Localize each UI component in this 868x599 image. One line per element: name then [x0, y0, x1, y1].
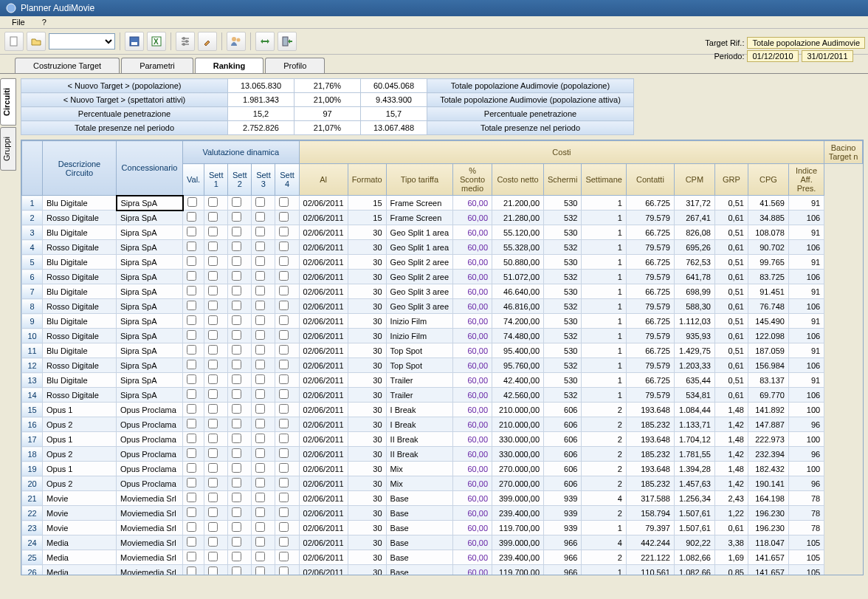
checkbox-sett2[interactable]: [232, 345, 241, 355]
checkbox-sett2[interactable]: [232, 271, 241, 281]
save-icon[interactable]: [125, 32, 144, 51]
cell-sett3-check[interactable]: [252, 550, 275, 565]
checkbox-sett1[interactable]: [208, 242, 218, 251]
cell-sett3-check[interactable]: [252, 240, 275, 255]
cell-formato[interactable]: 30: [348, 550, 386, 565]
checkbox-val[interactable]: [187, 522, 196, 532]
cell-al[interactable]: 02/06/2011: [299, 521, 348, 535]
cell-sconto[interactable]: 60,00: [453, 270, 492, 284]
col-formato[interactable]: Formato: [348, 164, 386, 196]
checkbox-sett3[interactable]: [255, 463, 265, 473]
cell-val-check[interactable]: [183, 240, 204, 255]
table-row[interactable]: 7Blu DigitaleSipra SpA02/06/201130Geo Sp…: [22, 284, 863, 299]
cell-sett1-check[interactable]: [204, 314, 228, 329]
cell-cpm[interactable]: 1.394,28: [674, 462, 714, 476]
cell-descrizione[interactable]: Blu Digitale: [43, 284, 117, 299]
cell-descrizione[interactable]: Opus 2: [43, 417, 117, 432]
cell-sett3-check[interactable]: [252, 417, 275, 432]
cell-sett4-check[interactable]: [275, 491, 299, 506]
cell-cpg[interactable]: 41.569: [748, 196, 788, 210]
table-row[interactable]: 11Blu DigitaleSipra SpA02/06/201130Top S…: [22, 343, 863, 358]
cell-sett1-check[interactable]: [204, 284, 228, 299]
settings-sliders-icon[interactable]: [176, 32, 195, 51]
cell-val-check[interactable]: [183, 210, 204, 225]
cell-concessionario[interactable]: Moviemedia Srl: [117, 506, 183, 521]
cell-val-check[interactable]: [183, 432, 204, 447]
cell-grp[interactable]: 0,61: [714, 210, 748, 225]
checkbox-sett4[interactable]: [279, 271, 289, 281]
cell-grp[interactable]: 1,48: [714, 462, 748, 476]
cell-settimane[interactable]: 2: [582, 432, 627, 447]
cell-sett1-check[interactable]: [204, 550, 228, 565]
cell-netto[interactable]: 46.640,00: [492, 284, 544, 299]
cell-contatti[interactable]: 193.648: [626, 403, 674, 417]
cell-netto[interactable]: 119.700,00: [492, 521, 544, 535]
cell-settimane[interactable]: 2: [582, 462, 627, 476]
col-netto[interactable]: Costo netto: [492, 164, 544, 196]
cell-al[interactable]: 02/06/2011: [299, 462, 348, 476]
cell-formato[interactable]: 30: [348, 491, 386, 506]
cell-sett4-check[interactable]: [275, 210, 299, 225]
checkbox-sett3[interactable]: [255, 256, 265, 266]
cell-sconto[interactable]: 60,00: [453, 358, 492, 373]
cell-cpg[interactable]: 83.137: [748, 373, 788, 388]
cell-contatti[interactable]: 185.232: [626, 417, 674, 432]
cell-cpm[interactable]: 762,53: [674, 255, 714, 270]
checkbox-sett3[interactable]: [255, 404, 265, 414]
cell-sett2-check[interactable]: [228, 358, 252, 373]
cell-sconto[interactable]: 60,00: [453, 462, 492, 476]
cell-sett4-check[interactable]: [275, 506, 299, 521]
checkbox-sett1[interactable]: [208, 434, 218, 443]
cell-sconto[interactable]: 60,00: [453, 550, 492, 565]
table-row[interactable]: 23MovieMoviemedia Srl02/06/201130Base60,…: [22, 521, 863, 535]
cell-sconto[interactable]: 60,00: [453, 299, 492, 314]
checkbox-sett4[interactable]: [279, 434, 289, 443]
checkbox-sett1[interactable]: [208, 448, 218, 458]
cell-val-check[interactable]: [183, 388, 204, 403]
cell-cpg[interactable]: 83.725: [748, 270, 788, 284]
cell-descrizione[interactable]: Rosso Digitale: [43, 388, 117, 403]
cell-schermi[interactable]: 966: [544, 565, 582, 576]
cell-sett1-check[interactable]: [204, 240, 228, 255]
checkbox-sett1[interactable]: [208, 212, 218, 222]
cell-indice[interactable]: 91: [788, 225, 824, 240]
cell-settimane[interactable]: 2: [582, 417, 627, 432]
cell-al[interactable]: 02/06/2011: [299, 373, 348, 388]
cell-settimane[interactable]: 1: [582, 343, 627, 358]
cell-concessionario[interactable]: Moviemedia Srl: [117, 521, 183, 535]
cell-val-check[interactable]: [183, 270, 204, 284]
cell-al[interactable]: 02/06/2011: [299, 299, 348, 314]
checkbox-sett2[interactable]: [232, 212, 241, 222]
cell-settimane[interactable]: 2: [582, 403, 627, 417]
checkbox-val[interactable]: [187, 448, 196, 458]
cell-indice[interactable]: 106: [788, 388, 824, 403]
cell-netto[interactable]: 270.000,00: [492, 476, 544, 491]
cell-sett1-check[interactable]: [204, 358, 228, 373]
cell-tipo[interactable]: I Break: [386, 403, 453, 417]
cell-grp[interactable]: 0,61: [714, 270, 748, 284]
cell-val-check[interactable]: [183, 255, 204, 270]
data-grid-wrap[interactable]: Descrizione Circuito Concessionario Valu…: [21, 140, 864, 575]
table-row[interactable]: 16Opus 2Opus Proclama02/06/201130I Break…: [22, 417, 863, 432]
cell-formato[interactable]: 30: [348, 388, 386, 403]
cell-settimane[interactable]: 4: [582, 491, 627, 506]
cell-sconto[interactable]: 60,00: [453, 388, 492, 403]
cell-concessionario[interactable]: Opus Proclama: [117, 476, 183, 491]
cell-sett1-check[interactable]: [204, 432, 228, 447]
checkbox-sett3[interactable]: [255, 522, 265, 532]
cell-cpg[interactable]: 69.770: [748, 388, 788, 403]
cell-formato[interactable]: 30: [348, 432, 386, 447]
cell-val-check[interactable]: [183, 521, 204, 535]
cell-descrizione[interactable]: Movie: [43, 521, 117, 535]
cell-sett1-check[interactable]: [204, 270, 228, 284]
cell-indice[interactable]: 91: [788, 196, 824, 210]
cell-cpg[interactable]: 91.451: [748, 284, 788, 299]
checkbox-sett2[interactable]: [232, 389, 241, 399]
cell-tipo[interactable]: Geo Split 2 aree: [386, 270, 453, 284]
checkbox-sett3[interactable]: [255, 330, 265, 340]
cell-cpm[interactable]: 935,93: [674, 329, 714, 343]
cell-tipo[interactable]: II Break: [386, 432, 453, 447]
cell-al[interactable]: 02/06/2011: [299, 255, 348, 270]
cell-netto[interactable]: 46.816,00: [492, 299, 544, 314]
cell-grp[interactable]: 0,61: [714, 358, 748, 373]
